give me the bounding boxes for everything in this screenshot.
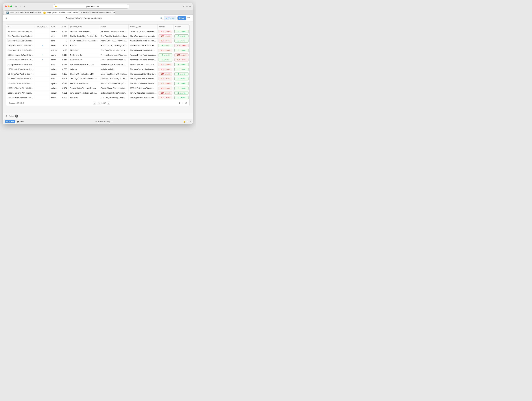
reverse-button-13[interactable]: IS a movie — [174, 91, 189, 95]
reverse-button-3[interactable]: NOT a movie — [174, 44, 189, 47]
reverse-button-9[interactable]: IS a movie — [174, 72, 189, 76]
col-header-summary[interactable]: summary_text — [128, 25, 158, 29]
preview-button[interactable]: ▶ Preview — [164, 16, 176, 20]
reverse-button-14[interactable]: IS a movie — [174, 96, 189, 99]
page-of-text: of 37 — [102, 102, 106, 104]
reverse-button-1[interactable]: IS a movie — [174, 34, 189, 38]
cell-entities-3: Batman,Nolan,Dark Knight,Th... — [99, 43, 128, 48]
maximize-button[interactable] — [10, 6, 12, 7]
table-header-row: title ↑ movie_tagged class... score pred… — [6, 25, 190, 29]
cell-predicted-1: Big Cal Kestis Story For Jedi: S... — [69, 34, 99, 38]
reverse-button-4[interactable]: IS a movie — [174, 49, 189, 52]
cell-tagged-11 — [35, 81, 50, 86]
filter-button[interactable]: ▼ — [182, 102, 184, 104]
confirm-button-8[interactable]: NOT a movie — [158, 68, 172, 71]
cell-predicted-10: The Boys Threw Massive Shade — [69, 76, 99, 81]
app-header: ☰ Assistant to Movie Recommendations 🔍 ▶… — [3, 15, 193, 21]
cell-title-8: 10 Things to Know Before Pla... — [6, 67, 35, 72]
cell-summary-4: The Mythosaur has made its ... — [128, 48, 158, 53]
cell-reverse-5: NOT a movie — [173, 53, 190, 57]
col-header-title[interactable]: title ↑ — [6, 25, 35, 29]
confirm-button-3[interactable]: IS a movie — [158, 44, 172, 47]
page-input[interactable] — [97, 102, 101, 104]
confirm-button-6[interactable]: IS a movie — [158, 58, 172, 62]
reverse-button-8[interactable]: IS a movie — [174, 68, 189, 71]
bell-icon[interactable]: 🔔 — [183, 121, 185, 123]
confirm-button-11[interactable]: NOT a movie — [158, 82, 172, 85]
cell-summary-6: Amazon Prime Video has add... — [128, 57, 158, 62]
confirm-button-14[interactable]: NOT a movie — [158, 96, 172, 99]
tabs-icon[interactable]: ⧉ — [189, 5, 191, 8]
cell-summary-1: Star Wars has set up a surpri... — [128, 34, 158, 38]
preview-icon: ▶ — [166, 17, 167, 19]
cell-confirm-2: NOT a movie — [158, 38, 173, 43]
prev-page-button[interactable]: ‹ — [93, 102, 96, 105]
sidebar-toggle-button[interactable]: ⊞ — [14, 5, 18, 8]
col-header-tagged[interactable]: movie_tagged — [35, 25, 50, 29]
next-page-button[interactable]: › — [107, 102, 110, 105]
cell-title-7: 10 Japanese-Style Smart Toil... — [6, 62, 35, 67]
share-icon[interactable]: ⬆ — [183, 5, 185, 8]
cell-tagged-13 — [35, 91, 50, 95]
share-button[interactable]: Share — [177, 16, 186, 20]
confirm-button-12[interactable]: NOT a movie — [158, 87, 172, 90]
confirm-button-7[interactable]: NOT a movie — [158, 63, 172, 66]
confirm-button-10[interactable]: NOT a movie — [158, 77, 172, 80]
cell-score-8: 0.596 — [60, 67, 69, 72]
browser-tab-huggingface[interactable]: 🤗 Hugging Face – The AI community buildi… — [41, 10, 78, 14]
minimize-button[interactable] — [8, 6, 9, 7]
close-button[interactable] — [5, 6, 7, 7]
cell-class-9: opinion — [50, 72, 60, 76]
cell-confirm-7: NOT a movie — [158, 62, 173, 67]
confirm-button-5[interactable]: IS a movie — [158, 53, 172, 57]
search-button[interactable]: 🔍 — [160, 17, 163, 19]
col-header-class[interactable]: class... — [50, 25, 60, 29]
cell-confirm-5: IS a movie — [158, 53, 173, 57]
cell-class-13: opinion — [50, 91, 60, 95]
table-footer: Showing 1-15 of 543 ‹ of 37 › ⬇ ▼ ↺ — [6, 100, 190, 106]
confirm-button-13[interactable]: NOT a movie — [158, 91, 172, 95]
reverse-button-6[interactable]: NOT a movie — [174, 58, 189, 62]
reverse-button-0[interactable]: IS a movie — [174, 30, 189, 33]
refresh-button[interactable]: ↺ — [185, 102, 187, 104]
browser-tab-screenrant[interactable]: 5️⃣ Screen Rant: Movie News, Movie Revie… — [4, 10, 41, 14]
menu-icon[interactable]: ☰ — [6, 17, 7, 19]
more-button[interactable]: ••• — [187, 16, 190, 19]
confirm-button-9[interactable]: NOT a movie — [158, 72, 172, 76]
cell-entities-6: Prime Video,Amazon Prime Vi... — [99, 57, 128, 62]
cell-confirm-8: NOT a movie — [158, 67, 173, 72]
help-icon[interactable]: ? — [190, 121, 191, 123]
confirm-button-4[interactable]: NOT a movie — [158, 49, 172, 52]
confirm-button-0[interactable]: NOT a movie — [158, 30, 172, 33]
cell-score-3: 0.01 — [60, 43, 69, 48]
back-button[interactable]: ‹ — [19, 4, 22, 8]
reverse-button-2[interactable]: IS a movie — [174, 39, 189, 43]
col-header-predicted[interactable]: predicted_movie — [69, 25, 99, 29]
col-header-score[interactable]: score — [60, 25, 69, 29]
cell-confirm-3: IS a movie — [158, 43, 173, 48]
env-badge[interactable]: production — [5, 120, 15, 123]
cell-confirm-6: IS a movie — [158, 57, 173, 62]
confirm-button-2[interactable]: NOT a movie — [158, 39, 172, 43]
browser-tabs: 5️⃣ Screen Rant: Movie News, Movie Revie… — [3, 10, 193, 15]
address-bar[interactable]: 🔒 phac.retool.com — [53, 4, 129, 9]
user-dropdown-arrow[interactable]: ▾ — [19, 115, 20, 117]
cell-score-14: 0.442 — [60, 95, 69, 100]
cell-title-14: 11 Star Trek Characters Play... — [6, 95, 35, 100]
reverse-button-5[interactable]: NOT a movie — [174, 53, 189, 57]
col-header-reverse[interactable]: reverse — [173, 25, 190, 29]
confirm-button-1[interactable]: NOT a movie — [158, 34, 172, 38]
reverse-button-7[interactable]: IS a movie — [174, 63, 189, 66]
add-tab-icon[interactable]: ＋ — [186, 5, 188, 8]
user-avatar[interactable]: N — [15, 115, 18, 118]
forward-button[interactable]: › — [23, 4, 25, 8]
reverse-button-12[interactable]: IS a movie — [174, 87, 189, 90]
reverse-button-10[interactable]: IS a movie — [174, 77, 189, 80]
download-button[interactable]: ⬇ — [179, 102, 181, 104]
cell-tagged-4 — [35, 48, 50, 53]
col-header-entities[interactable]: entities — [99, 25, 128, 29]
undo-icon[interactable]: ↩ — [187, 121, 188, 123]
col-header-confirm[interactable]: confirm — [158, 25, 173, 29]
browser-tab-retool[interactable]: 🖥 Assistant to Movie Recommendations | E… — [78, 10, 115, 14]
reverse-button-11[interactable]: IS a movie — [174, 82, 189, 85]
